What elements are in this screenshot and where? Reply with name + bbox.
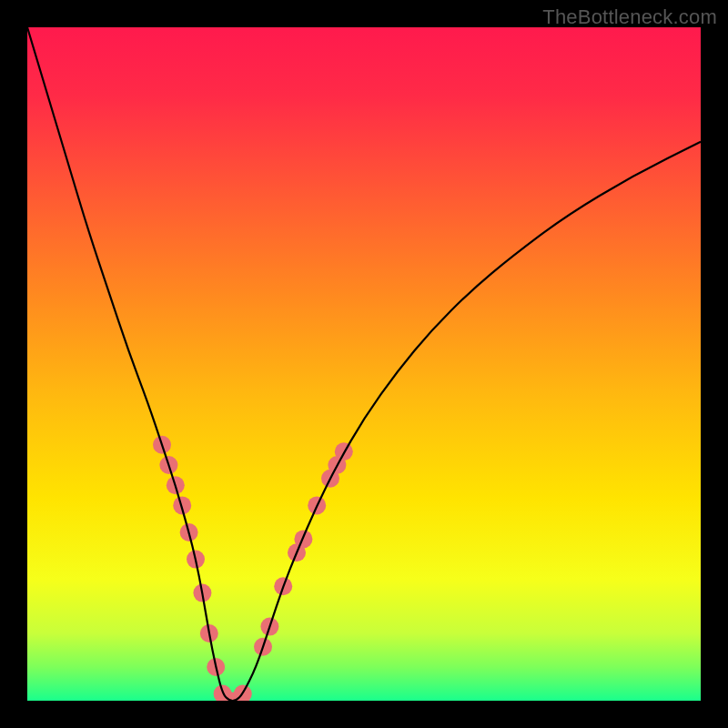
plot-area: [27, 27, 701, 701]
chart-background: [27, 27, 701, 701]
chart-svg: [27, 27, 701, 701]
watermark-label: TheBottleneck.com: [542, 5, 717, 29]
chart-frame: TheBottleneck.com: [0, 0, 728, 728]
